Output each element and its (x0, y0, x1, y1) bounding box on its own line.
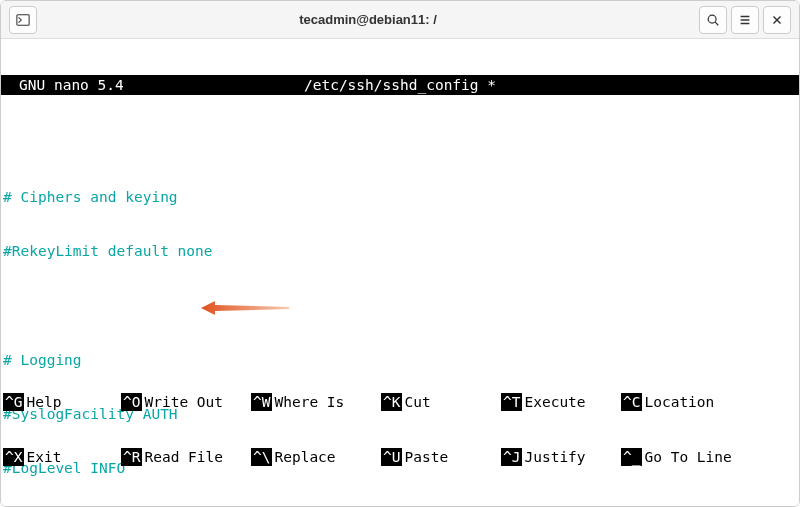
shortcut-key: ^G (3, 393, 24, 411)
shortcut-key: ^\ (251, 448, 272, 466)
nano-filename: /etc/ssh/sshd_config * (1, 76, 799, 94)
shortcut-writeout: ^OWrite Out (121, 393, 251, 411)
shortcut-row: ^XExit ^RRead File ^\Replace ^UPaste ^JJ… (1, 448, 799, 466)
shortcut-label: Help (26, 393, 61, 411)
menu-button[interactable] (731, 6, 759, 34)
window-title: tecadmin@debian11: / (37, 12, 699, 27)
shortcut-key: ^T (501, 393, 522, 411)
shortcut-label: Paste (404, 448, 448, 466)
shortcut-label: Location (644, 393, 714, 411)
shortcut-readfile: ^RRead File (121, 448, 251, 466)
terminal-icon (16, 13, 30, 27)
titlebar: tecadmin@debian11: / (1, 1, 799, 39)
editor-line (1, 296, 799, 314)
shortcut-gotoline: ^_Go To Line (621, 448, 761, 466)
nano-shortcut-bar: ^GHelp ^OWrite Out ^WWhere Is ^KCut ^TEx… (1, 357, 799, 502)
close-button[interactable] (763, 6, 791, 34)
shortcut-key: ^R (121, 448, 142, 466)
shortcut-justify: ^JJustify (501, 448, 621, 466)
shortcut-key: ^J (501, 448, 522, 466)
shortcut-key: ^K (381, 393, 402, 411)
shortcut-location: ^CLocation (621, 393, 761, 411)
shortcut-execute: ^TExecute (501, 393, 621, 411)
shortcut-exit: ^XExit (1, 448, 121, 466)
svg-rect-0 (17, 14, 29, 25)
shortcut-key: ^C (621, 393, 642, 411)
shortcut-key: ^X (3, 448, 24, 466)
shortcut-label: Replace (274, 448, 335, 466)
shortcut-help: ^GHelp (1, 393, 121, 411)
shortcut-label: Exit (26, 448, 61, 466)
shortcut-paste: ^UPaste (381, 448, 501, 466)
svg-point-1 (708, 15, 716, 23)
close-icon (770, 13, 784, 27)
shortcut-label: Justify (524, 448, 585, 466)
shortcut-key: ^W (251, 393, 272, 411)
shortcut-whereis: ^WWhere Is (251, 393, 381, 411)
editor-line: # Ciphers and keying (1, 188, 799, 206)
new-tab-button[interactable] (9, 6, 37, 34)
shortcut-label: Execute (524, 393, 585, 411)
shortcut-key: ^O (121, 393, 142, 411)
shortcut-row: ^GHelp ^OWrite Out ^WWhere Is ^KCut ^TEx… (1, 393, 799, 411)
search-button[interactable] (699, 6, 727, 34)
shortcut-label: Go To Line (644, 448, 731, 466)
shortcut-label: Read File (144, 448, 223, 466)
shortcut-label: Write Out (144, 393, 223, 411)
shortcut-label: Where Is (274, 393, 344, 411)
shortcut-replace: ^\Replace (251, 448, 381, 466)
search-icon (706, 13, 720, 27)
shortcut-key: ^U (381, 448, 402, 466)
nano-header: /etc/ssh/sshd_config * GNU nano 5.4 (1, 75, 799, 95)
shortcut-label: Cut (404, 393, 430, 411)
shortcut-cut: ^KCut (381, 393, 501, 411)
terminal-body[interactable]: /etc/ssh/sshd_config * GNU nano 5.4 # Ci… (1, 39, 799, 506)
editor-line: #RekeyLimit default none (1, 242, 799, 260)
hamburger-icon (738, 13, 752, 27)
shortcut-key: ^_ (621, 448, 642, 466)
svg-line-2 (715, 22, 718, 25)
terminal-window: tecadmin@debian11: / /etc/ssh/sshd_confi… (0, 0, 800, 507)
